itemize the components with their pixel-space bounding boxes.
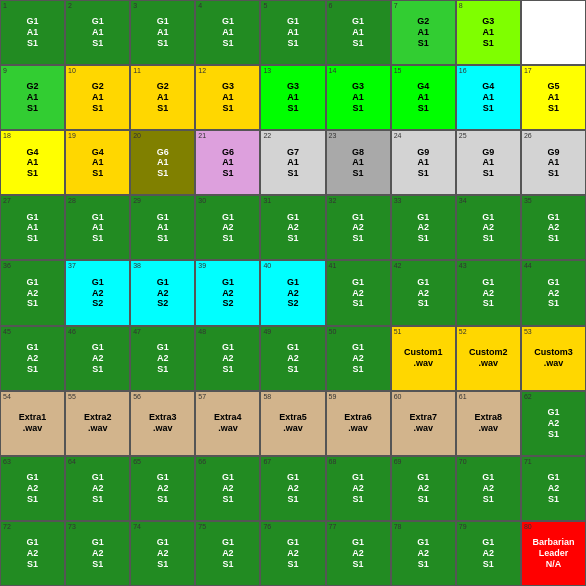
grid-cell-34[interactable]: 34G1A2S1 [456,195,521,260]
grid-cell-21[interactable]: 21G6A1S1 [195,130,260,195]
grid-cell-8[interactable]: 8G3A1S1 [456,0,521,65]
grid-cell-13[interactable]: 13G3A1S1 [260,65,325,130]
grid-cell-29[interactable]: 29G1A1S1 [130,195,195,260]
grid-cell-6[interactable]: 6G1A1S1 [326,0,391,65]
grid-cell-38[interactable]: 38G1A2S2 [130,260,195,325]
grid-cell-59[interactable]: 59Extra6.wav [326,391,391,456]
grid-cell-20[interactable]: 20G6A1S1 [130,130,195,195]
grid-cell-74[interactable]: 74G1A2S1 [130,521,195,586]
grid-cell-57[interactable]: 57Extra4.wav [195,391,260,456]
cell-text: G1 [547,277,559,288]
grid-cell-12[interactable]: 12G3A1S1 [195,65,260,130]
grid-cell-67[interactable]: 67G1A2S1 [260,456,325,521]
grid-cell-58[interactable]: 58Extra5.wav [260,391,325,456]
grid-cell-44[interactable]: 44G1A2S1 [521,260,586,325]
grid-cell-43[interactable]: 43G1A2S1 [456,260,521,325]
grid-cell-55[interactable]: 55Extra2.wav [65,391,130,456]
grid-cell-3[interactable]: 3G1A1S1 [130,0,195,65]
grid-cell-1[interactable]: 1G1A1S1 [0,0,65,65]
cell-text: G1 [27,16,39,27]
grid-cell-30[interactable]: 30G1A2S1 [195,195,260,260]
grid-cell-52[interactable]: 52Custom2.wav [456,326,521,391]
grid-cell-42[interactable]: 42G1A2S1 [391,260,456,325]
cell-number: 80 [524,523,532,531]
grid-cell-5[interactable]: 5G1A1S1 [260,0,325,65]
grid-cell-15[interactable]: 15G4A1S1 [391,65,456,130]
grid-cell-45[interactable]: 45G1A2S1 [0,326,65,391]
grid-cell-53[interactable]: 53Custom3.wav [521,326,586,391]
grid-cell-4[interactable]: 4G1A1S1 [195,0,260,65]
grid-cell-61[interactable]: 61Extra8.wav [456,391,521,456]
grid-cell-79[interactable]: 79G1A2S1 [456,521,521,586]
grid-cell-23[interactable]: 23G8A1S1 [326,130,391,195]
grid-cell-19[interactable]: 19G4A1S1 [65,130,130,195]
grid-cell-10[interactable]: 10G2A1S1 [65,65,130,130]
grid-cell-18[interactable]: 18G4A1S1 [0,130,65,195]
grid-cell-48[interactable]: 48G1A2S1 [195,326,260,391]
grid-cell-49[interactable]: 49G1A2S1 [260,326,325,391]
cell-text: G1 [157,212,169,223]
grid-cell-77[interactable]: 77G1A2S1 [326,521,391,586]
grid-cell-33[interactable]: 33G1A2S1 [391,195,456,260]
grid-cell-22[interactable]: 22G7A1S1 [260,130,325,195]
grid-cell-35[interactable]: 35G1A2S1 [521,195,586,260]
cell-text: A2 [157,288,169,299]
grid-cell-16[interactable]: 16G4A1S1 [456,65,521,130]
grid-cell-54[interactable]: 54Extra1.wav [0,391,65,456]
cell-text: A1 [352,92,364,103]
grid-cell-68[interactable]: 68G1A2S1 [326,456,391,521]
grid-cell-70[interactable]: 70G1A2S1 [456,456,521,521]
grid-cell-76[interactable]: 76G1A2S1 [260,521,325,586]
grid-cell-39[interactable]: 39G1A2S2 [195,260,260,325]
cell-number: 51 [394,328,402,336]
grid-cell-11[interactable]: 11G2A1S1 [130,65,195,130]
grid-cell-56[interactable]: 56Extra3.wav [130,391,195,456]
cell-number: 28 [68,197,76,205]
cell-number: 46 [68,328,76,336]
grid-cell-78[interactable]: 78G1A2S1 [391,521,456,586]
grid-cell-25[interactable]: 25G9A1S1 [456,130,521,195]
grid-cell-80[interactable]: 80BarbarianLeaderN/A [521,521,586,586]
cell-number: 33 [394,197,402,205]
grid-cell-27[interactable]: 27G1A1S1 [0,195,65,260]
grid-cell-7[interactable]: 7G2A1S1 [391,0,456,65]
grid-cell-75[interactable]: 75G1A2S1 [195,521,260,586]
cell-text: S1 [418,233,429,244]
cell-text: S1 [287,38,298,49]
grid-cell-2[interactable]: 2G1A1S1 [65,0,130,65]
grid-cell-50[interactable]: 50G1A2S1 [326,326,391,391]
cell-number: 73 [68,523,76,531]
grid-cell-62[interactable]: 62G1A2S1 [521,391,586,456]
grid-cell-63[interactable]: 63G1A2S1 [0,456,65,521]
cell-text: S1 [418,38,429,49]
grid-cell-73[interactable]: 73G1A2S1 [65,521,130,586]
grid-cell-9[interactable]: 9G2A1S1 [0,65,65,130]
grid-cell-26[interactable]: 26G9A1S1 [521,130,586,195]
grid-cell-36[interactable]: 36G1A2S1 [0,260,65,325]
grid-cell-14[interactable]: 14G3A1S1 [326,65,391,130]
grid-cell-71[interactable]: 71G1A2S1 [521,456,586,521]
cell-text: S1 [287,233,298,244]
cell-text: A2 [548,288,560,299]
grid-cell-41[interactable]: 41G1A2S1 [326,260,391,325]
grid-cell-60[interactable]: 60Extra7.wav [391,391,456,456]
grid-cell-28[interactable]: 28G1A1S1 [65,195,130,260]
cell-text: S1 [483,168,494,179]
grid-cell-17[interactable]: 17G5A1S1 [521,65,586,130]
cell-text: Barbarian [532,537,574,548]
grid-cell-69[interactable]: 69G1A2S1 [391,456,456,521]
cell-number: 66 [198,458,206,466]
grid-cell-47[interactable]: 47G1A2S1 [130,326,195,391]
grid-cell-66[interactable]: 66G1A2S1 [195,456,260,521]
grid-cell-46[interactable]: 46G1A2S1 [65,326,130,391]
grid-cell-37[interactable]: 37G1A2S2 [65,260,130,325]
grid-cell-72[interactable]: 72G1A2S1 [0,521,65,586]
grid-cell-24[interactable]: 24G9A1S1 [391,130,456,195]
grid-cell-51[interactable]: 51Custom1.wav [391,326,456,391]
cell-number: 17 [524,67,532,75]
grid-cell-64[interactable]: 64G1A2S1 [65,456,130,521]
grid-cell-40[interactable]: 40G1A2S2 [260,260,325,325]
grid-cell-31[interactable]: 31G1A2S1 [260,195,325,260]
grid-cell-32[interactable]: 32G1A2S1 [326,195,391,260]
grid-cell-65[interactable]: 65G1A2S1 [130,456,195,521]
